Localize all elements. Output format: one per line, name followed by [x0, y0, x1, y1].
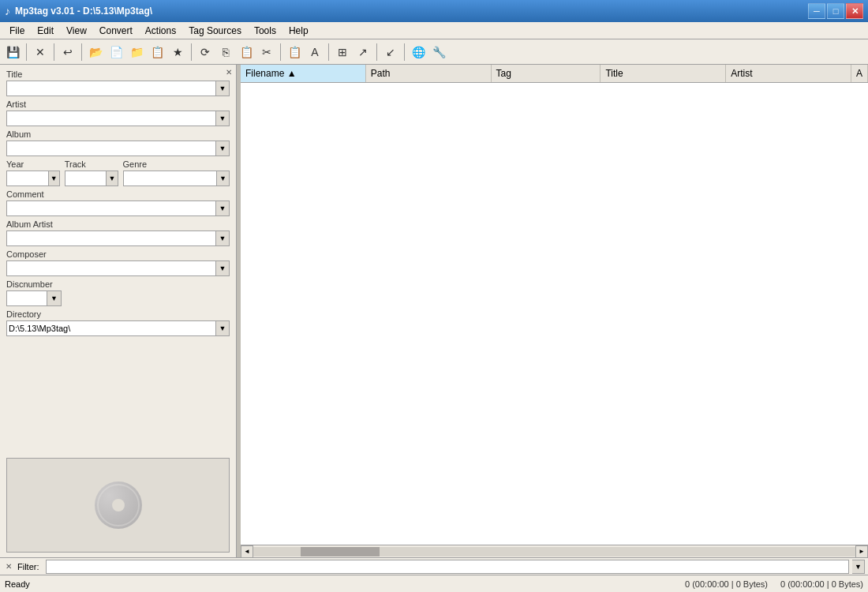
column-header-tag[interactable]: Tag	[492, 65, 601, 82]
title-input[interactable]	[6, 81, 216, 96]
artist-label: Artist	[6, 99, 230, 109]
column-header-extra[interactable]: A	[851, 65, 868, 82]
genre-label: Genre	[123, 159, 230, 169]
maximize-button[interactable]: □	[827, 3, 844, 19]
directory-input[interactable]	[6, 320, 216, 336]
album-artist-dropdown-btn[interactable]: ▼	[216, 230, 230, 246]
album-artist-input[interactable]	[6, 230, 216, 246]
export-toolbar-btn[interactable]: ↗	[354, 43, 372, 62]
right-panel: Filename ▲ Path Tag Title Artist A ◄ ►	[241, 65, 868, 557]
artist-input[interactable]	[6, 111, 216, 126]
table-body	[241, 83, 868, 478]
toolbar-separator	[280, 43, 281, 61]
discnumber-input[interactable]	[6, 290, 47, 306]
favorite-toolbar-btn[interactable]: ★	[168, 43, 187, 62]
menu-item-help[interactable]: Help	[282, 24, 315, 38]
add-directory-toolbar-btn[interactable]: 📁	[127, 43, 146, 62]
filter-clear-button[interactable]: ✕	[3, 561, 14, 572]
year-dropdown-btn[interactable]: ▼	[49, 170, 60, 186]
album-input[interactable]	[6, 141, 216, 156]
column-header-filename[interactable]: Filename ▲	[241, 65, 366, 82]
column-header-title[interactable]: Title	[600, 65, 726, 82]
minimize-button[interactable]: ─	[808, 3, 825, 19]
menu-item-tools[interactable]: Tools	[248, 24, 282, 38]
toolbar-separator	[376, 43, 377, 61]
horizontal-scrollbar: ◄ ►	[241, 545, 868, 557]
directory-label: Directory	[6, 309, 230, 319]
filter-input[interactable]	[46, 560, 850, 574]
menu-item-actions[interactable]: Actions	[139, 24, 182, 38]
save-toolbar-btn[interactable]: 💾	[3, 43, 22, 62]
menu-item-tag-sources[interactable]: Tag Sources	[182, 24, 248, 38]
cd-icon	[95, 481, 142, 529]
open-folder-toolbar-btn[interactable]: 📂	[86, 43, 105, 62]
tag-from-filename-toolbar-btn[interactable]: A	[305, 43, 324, 62]
copy-tag-toolbar-btn[interactable]: ⎘	[216, 43, 235, 62]
composer-input[interactable]	[6, 260, 216, 276]
status-bar: Ready 0 (00:00:00 | 0 Bytes) 0 (00:00:00…	[0, 575, 868, 592]
filename-from-tag-toolbar-btn[interactable]: ⊞	[333, 43, 352, 62]
hscroll-left-button[interactable]: ◄	[241, 545, 253, 558]
import-toolbar-btn[interactable]: ↙	[381, 43, 400, 62]
menu-item-convert[interactable]: Convert	[93, 24, 139, 38]
title-input-wrap: ▼	[6, 81, 230, 96]
year-track-genre-row: Year ▼ Track ▼ Genre	[6, 159, 230, 186]
file-table: Filename ▲ Path Tag Title Artist A	[241, 65, 868, 545]
comment-dropdown-btn[interactable]: ▼	[216, 200, 230, 216]
close-button[interactable]: ✕	[846, 3, 863, 19]
genre-input-wrap: ▼	[123, 170, 230, 186]
filter-dropdown-button[interactable]: ▼	[852, 560, 865, 574]
composer-dropdown-btn[interactable]: ▼	[216, 260, 230, 276]
toolbar-separator	[26, 43, 27, 61]
undo-toolbar-btn[interactable]: ↩	[58, 43, 77, 62]
track-dropdown-btn[interactable]: ▼	[107, 170, 118, 186]
hscroll-thumb[interactable]	[301, 547, 380, 556]
remove-tag-toolbar-btn[interactable]: ✕	[31, 43, 50, 62]
album-artist-field-group: Album Artist ▼	[6, 219, 230, 246]
title-dropdown-btn[interactable]: ▼	[216, 81, 230, 96]
add-files-toolbar-btn[interactable]: 📋	[148, 43, 166, 62]
hscroll-track[interactable]	[253, 547, 855, 556]
genre-field-group: Genre ▼	[123, 159, 230, 186]
menu-item-view[interactable]: View	[60, 24, 93, 38]
menu-item-edit[interactable]: Edit	[31, 24, 60, 38]
genre-input[interactable]	[123, 170, 218, 186]
composer-input-wrap: ▼	[6, 260, 230, 276]
year-input-wrap: ▼	[6, 170, 60, 186]
title-bar: ♪ Mp3tag v3.01 - D:\5.13\Mp3tag\ ─ □ ✕	[0, 0, 868, 22]
paste-tag-toolbar-btn[interactable]: 📋	[237, 43, 256, 62]
album-dropdown-btn[interactable]: ▼	[216, 141, 230, 156]
settings-toolbar-btn[interactable]: 🔧	[429, 43, 448, 62]
status-count2: 0 (00:00:00 | 0 Bytes)	[780, 579, 863, 589]
album-field-group: Album ▼	[6, 129, 230, 156]
comment-label: Comment	[6, 189, 230, 199]
hscroll-right-button[interactable]: ►	[855, 545, 868, 558]
year-input[interactable]	[6, 170, 49, 186]
cut-toolbar-btn[interactable]: ✂	[257, 43, 276, 62]
artist-dropdown-btn[interactable]: ▼	[216, 111, 230, 126]
track-input[interactable]	[65, 170, 107, 186]
album-artist-label: Album Artist	[6, 219, 230, 229]
menu-item-file[interactable]: File	[3, 24, 31, 38]
column-header-artist[interactable]: Artist	[726, 65, 851, 82]
directory-dropdown-btn[interactable]: ▼	[216, 320, 230, 336]
column-header-path[interactable]: Path	[366, 65, 492, 82]
toolbar-separator	[81, 43, 82, 61]
comment-input[interactable]	[6, 200, 216, 216]
album-art	[6, 458, 230, 553]
close-panel-button[interactable]: ✕	[223, 66, 234, 77]
toolbar-separator	[328, 43, 329, 61]
open-files-toolbar-btn[interactable]: 📄	[107, 43, 125, 62]
artist-input-wrap: ▼	[6, 111, 230, 126]
genre-dropdown-btn[interactable]: ▼	[217, 170, 230, 186]
track-field-group: Track ▼	[65, 159, 118, 186]
table-header: Filename ▲ Path Tag Title Artist A	[241, 65, 868, 83]
toolbar-separator	[404, 43, 405, 61]
paste-toolbar-btn[interactable]: 📋	[285, 43, 304, 62]
year-label: Year	[6, 159, 60, 169]
freedb-toolbar-btn[interactable]: 🌐	[409, 43, 428, 62]
discnumber-dropdown-btn[interactable]: ▼	[47, 290, 62, 306]
refresh-toolbar-btn[interactable]: ⟳	[196, 43, 215, 62]
status-counts: 0 (00:00:00 | 0 Bytes) 0 (00:00:00 | 0 B…	[685, 579, 863, 589]
title-field-group: Title ▼	[6, 69, 230, 96]
